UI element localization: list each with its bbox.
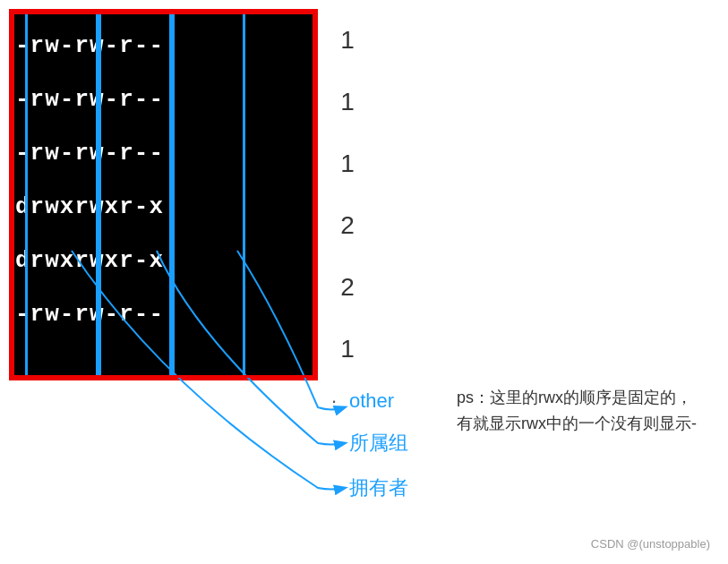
link-count-1: 1 <box>340 13 355 67</box>
link-count-4: 2 <box>340 199 355 252</box>
terminal-row: -rw-rw-r-- <box>15 126 312 180</box>
terminal-row: -rw-rw-r-- <box>15 73 312 126</box>
terminal-box: -rw-rw-r-- -rw-rw-r-- -rw-rw-r-- drwxrwx… <box>9 9 318 380</box>
ps-note: ps：这里的rwx的顺序是固定的，有就显示rwx中的一个没有则显示- <box>457 385 698 437</box>
link-count-6: 1 <box>340 322 355 376</box>
terminal-content: -rw-rw-r-- -rw-rw-r-- -rw-rw-r-- drwxrwx… <box>12 12 315 378</box>
terminal-row: drwxrwxr-x <box>15 180 312 234</box>
links-column: 1 1 1 2 2 1 <box>330 9 365 380</box>
csdn-watermark: CSDN @(unstoppable) <box>591 537 710 551</box>
terminal-row: drwxrwxr-x <box>15 234 312 287</box>
main-container: -rw-rw-r-- -rw-rw-r-- -rw-rw-r-- drwxrwx… <box>0 0 728 564</box>
label-group: 所属组 <box>349 430 408 457</box>
terminal-row: -rw-rw-r-- <box>15 19 312 73</box>
label-owner: 拥有者 <box>349 474 408 501</box>
terminal-row: -rw-rw-r-- <box>15 287 312 341</box>
link-count-3: 1 <box>340 137 355 191</box>
link-count-5: 2 <box>340 261 355 314</box>
link-count-2: 1 <box>340 75 355 129</box>
dot-separator: . <box>331 385 337 408</box>
label-other: other <box>349 389 394 413</box>
